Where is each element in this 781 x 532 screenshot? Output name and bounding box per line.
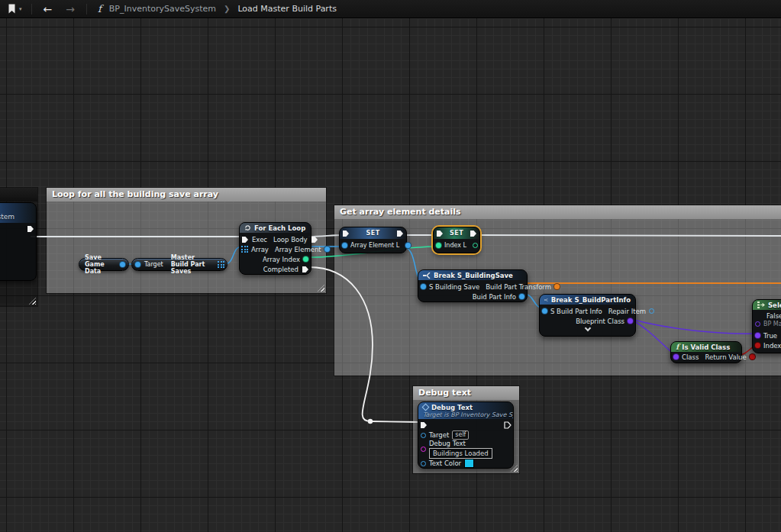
pin-label: Array Element L [350, 242, 399, 249]
pin-label: Class [682, 353, 699, 361]
transform-out-pin[interactable] [554, 284, 560, 289]
node-subtitle: Target is BP Inventory Save System [423, 411, 513, 418]
comment-title[interactable]: Debug text [413, 386, 519, 400]
exec-in-pin[interactable] [342, 230, 350, 237]
expand-chevron-down-icon[interactable] [584, 325, 590, 331]
loop-icon [244, 224, 251, 231]
exec-out-pin[interactable] [504, 421, 512, 429]
false-in-pin[interactable] [755, 321, 760, 327]
node-partial-save-system[interactable]: e System [0, 202, 37, 281]
break-struct-icon [423, 272, 431, 279]
breadcrumb-current: Load Master Build Parts [237, 4, 337, 14]
pin-label: S Building Save [429, 283, 479, 291]
pin-label: Repair Item [608, 308, 646, 315]
exec-out-pin[interactable] [311, 236, 318, 243]
class-in-pin[interactable] [673, 354, 679, 360]
pin-label: Buid Part Info [473, 293, 516, 301]
pin-label: Debug Text [429, 440, 492, 447]
node-title: Debug Text [431, 404, 473, 411]
target-in-pin[interactable] [135, 262, 140, 267]
node-master-build-part-saves[interactable]: Target Master Build Part Saves [131, 258, 228, 271]
value-in-pin[interactable] [342, 243, 347, 248]
back-button[interactable]: ← [38, 3, 58, 15]
forward-button[interactable]: → [60, 3, 80, 15]
node-set-array-element[interactable]: SET Array Element L [339, 227, 407, 253]
pin-label: Loop Body [273, 236, 308, 243]
node-is-valid-class[interactable]: f Is Valid Class Class Return Value [670, 341, 742, 363]
value-out-pin[interactable] [473, 243, 478, 248]
exec-out-pin[interactable] [470, 230, 477, 237]
return-value-out-pin[interactable] [750, 354, 755, 360]
comment-title[interactable] [0, 188, 37, 202]
breadcrumb-separator-icon: ❯ [224, 5, 230, 13]
pin-label: False [766, 312, 781, 320]
array-index-out-pin[interactable] [303, 256, 308, 262]
target-in-pin[interactable] [421, 433, 426, 438]
node-title: Is Valid Class [682, 343, 730, 351]
node-title: Select [768, 301, 781, 309]
target-label: Target [144, 261, 163, 268]
node-select[interactable]: Select False BP Mas True Index [752, 299, 781, 353]
color-swatch[interactable] [464, 459, 474, 468]
repair-item-out-pin[interactable] [649, 308, 654, 314]
index-in-pin[interactable] [755, 343, 760, 348]
exec-out-pin[interactable] [396, 230, 404, 237]
comment-title[interactable]: Loop for all the building save array [47, 188, 326, 202]
bookmark-chevron-down-icon: ▾ [19, 6, 22, 12]
variable-label: Master Build Part Saves [171, 254, 214, 275]
pin-label: Completed [263, 266, 299, 273]
array-element-out-pin[interactable] [324, 247, 330, 252]
pin-label: Text Color [429, 459, 461, 467]
struct-in-pin[interactable] [421, 284, 426, 289]
comment-title[interactable]: Get array element details [334, 205, 781, 219]
node-title: For Each Loop [254, 224, 305, 232]
exec-out-pin[interactable] [27, 225, 34, 233]
blueprint-class-out-pin[interactable] [628, 318, 633, 324]
pin-label: Index [763, 342, 781, 350]
pin-label: Return Value [705, 353, 746, 361]
breadcrumb-root[interactable]: BP_InventorySaveSystem [109, 4, 216, 14]
array-grid-out-pin[interactable] [218, 261, 224, 268]
bookmark-button[interactable]: ▾ [5, 2, 25, 15]
pin-label: Array Element [275, 246, 321, 253]
struct-in-pin[interactable] [542, 308, 547, 314]
value-in-pin[interactable] [436, 243, 441, 248]
node-break-building-save[interactable]: Break S_BuildingSave S Building Save Bui… [418, 269, 528, 302]
value-out-pin[interactable] [405, 243, 411, 248]
node-for-each-loop[interactable]: For Each Loop Exec Loop Body Array Array… [239, 222, 311, 275]
node-debug-text[interactable]: Debug Text Target is BP Inventory Save S… [418, 401, 514, 469]
node-title: SET [450, 230, 463, 237]
info-out-pin[interactable] [519, 294, 524, 299]
node-title: SET [366, 230, 379, 237]
break-struct-icon [544, 297, 548, 303]
select-icon [757, 301, 765, 308]
pin-label: Target [429, 431, 449, 439]
blueprint-graph-canvas[interactable]: Loop for all the building save array Get… [0, 18, 781, 532]
pin-label: True [763, 332, 777, 340]
pin-label: Index L [444, 242, 466, 249]
pin-label: S Build Part Info [550, 308, 602, 315]
text-color-in-pin[interactable] [421, 461, 426, 466]
pure-function-icon: f [676, 343, 679, 351]
toolbar-divider-2 [86, 4, 87, 15]
node-break-build-part-info[interactable]: Break S_BuildPartInfo S Build Part Info … [539, 294, 636, 337]
completed-exec-out-pin[interactable] [302, 266, 309, 273]
debug-text-in-pin[interactable] [421, 447, 426, 452]
node-set-index[interactable]: SET Index L [433, 227, 480, 253]
target-value-box[interactable]: self [452, 430, 469, 440]
true-in-pin[interactable] [755, 333, 760, 338]
debug-text-input[interactable]: Buildings Loaded [429, 448, 492, 459]
node-title: Break S_BuildingSave [434, 272, 513, 279]
diamond-icon [422, 404, 430, 411]
exec-in-pin[interactable] [436, 230, 444, 237]
exec-in-pin[interactable] [420, 421, 428, 429]
bookmark-icon [8, 4, 16, 14]
node-save-game-data[interactable]: Save Game Data [79, 258, 129, 271]
node-title: Break S_BuildPartInfo [551, 296, 631, 304]
blueprint-toolbar: ▾ ← → f BP_InventorySaveSystem ❯ Load Ma… [0, 0, 781, 18]
exec-in-pin[interactable] [241, 236, 249, 243]
array-in-pin[interactable] [241, 246, 248, 253]
node-title: e System [0, 213, 15, 221]
false-default-value[interactable]: BP Mas [763, 321, 781, 327]
object-out-pin[interactable] [120, 262, 125, 267]
